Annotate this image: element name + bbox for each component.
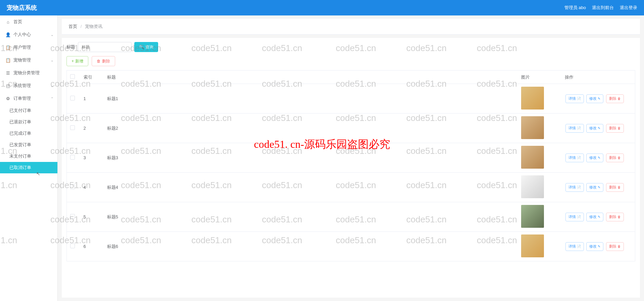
cell-actions: 详情 📄 修改 ✎ 删除 🗑	[561, 114, 635, 143]
home-icon: ⌂	[5, 19, 11, 25]
trash-icon: 🗑	[617, 97, 621, 100]
header-checkbox	[67, 71, 80, 84]
row-checkbox[interactable]	[70, 96, 75, 100]
cell-actions: 详情 📄 修改 ✎ 删除 🗑	[561, 202, 635, 232]
sidebar-item-pet-category[interactable]: ☰ 宠物分类管理	[0, 67, 57, 79]
chevron-down-icon: ⌄	[51, 84, 53, 88]
header-index: 索引	[80, 71, 104, 84]
cell-image	[518, 143, 561, 173]
cell-image	[518, 232, 561, 261]
sidebar-label: 宠物管理	[13, 57, 31, 63]
sidebar-subitem-refunded[interactable]: 已退款订单	[0, 116, 57, 128]
user-icon: 👤	[5, 32, 11, 37]
sidebar-item-home[interactable]: ⌂ 首页	[0, 15, 57, 28]
sidebar-subitem-shipped[interactable]: 已发货订单	[0, 139, 57, 150]
row-image	[521, 87, 544, 110]
detail-button[interactable]: 详情 📄	[565, 94, 584, 103]
detail-icon: 📄	[577, 245, 581, 248]
sidebar-subitem-cancelled[interactable]: 已取消订单	[0, 162, 57, 173]
row-image	[521, 146, 544, 169]
row-delete-button[interactable]: 删除 🗑	[606, 183, 624, 192]
sidebar-subitem-unpaid[interactable]: 未支付订单	[0, 150, 57, 162]
row-checkbox[interactable]	[70, 214, 75, 219]
cell-title: 标题2	[104, 114, 518, 143]
checkbox-all[interactable]	[70, 74, 75, 79]
clipboard-icon: 📋	[5, 58, 11, 63]
cell-actions: 详情 📄 修改 ✎ 删除 🗑	[561, 232, 635, 261]
edit-button[interactable]: 修改 ✎	[586, 242, 603, 251]
cell-image	[518, 114, 561, 143]
delete-button-label: 删除	[102, 58, 110, 64]
content-panel: 标题 🔍 查询 + 新增 🗑 删除	[62, 38, 640, 298]
add-button-label: 新增	[75, 58, 83, 64]
exit-to-front-link[interactable]: 退出到前台	[592, 5, 614, 11]
edit-button[interactable]: 修改 ✎	[586, 124, 603, 133]
edit-icon: ✎	[598, 156, 600, 160]
breadcrumb: 首页 / 宠物资讯	[62, 19, 640, 35]
cell-index: 1	[80, 84, 104, 114]
sidebar-item-order-manage[interactable]: ⚙ 订单管理 ⌃	[0, 92, 57, 105]
cell-index: 4	[80, 173, 104, 202]
header-image: 图片	[518, 71, 561, 84]
trash-icon: 🗑	[97, 59, 101, 63]
app-header: 宠物店系统 管理员 abo 退出到前台 退出登录	[0, 0, 644, 15]
list-icon: 📋	[5, 45, 11, 50]
header-right: 管理员 abo 退出到前台 退出登录	[564, 5, 637, 11]
detail-button[interactable]: 详情 📄	[565, 183, 584, 192]
trash-icon: 🗑	[617, 245, 621, 248]
cell-image	[518, 173, 561, 202]
delete-button[interactable]: 🗑 删除	[92, 56, 115, 66]
row-checkbox[interactable]	[70, 184, 75, 189]
chevron-down-icon: ⌄	[51, 33, 53, 37]
sidebar: ⌂ 首页 👤 个人中心 ⌄ 📋 用户管理 📋 宠物管理 ⌄ ☰ 宠物分类管理 ◫…	[0, 15, 58, 301]
search-input[interactable]	[78, 42, 132, 52]
detail-button[interactable]: 详情 📄	[565, 242, 584, 251]
table-row: 3 标题3 详情 📄 修改 ✎ 删除 🗑	[67, 143, 635, 173]
row-delete-button[interactable]: 删除 🗑	[606, 213, 624, 221]
row-delete-button[interactable]: 删除 🗑	[606, 124, 624, 133]
row-checkbox[interactable]	[70, 125, 75, 130]
edit-button[interactable]: 修改 ✎	[586, 213, 603, 221]
detail-button[interactable]: 详情 📄	[565, 154, 584, 162]
cell-index: 3	[80, 143, 104, 173]
edit-icon: ✎	[598, 126, 600, 130]
detail-icon: 📄	[577, 156, 581, 160]
header-user[interactable]: 管理员 abo	[564, 5, 586, 11]
trash-icon: 🗑	[617, 215, 621, 219]
row-checkbox[interactable]	[70, 155, 75, 160]
table-row: 2 标题2 详情 📄 修改 ✎ 删除 🗑	[67, 114, 635, 143]
sidebar-label: 个人中心	[13, 32, 31, 38]
row-delete-button[interactable]: 删除 🗑	[606, 242, 624, 251]
trash-icon: 🗑	[617, 156, 621, 160]
sidebar-item-system-manage[interactable]: ◫ 系统管理 ⌄	[0, 79, 57, 92]
search-button-label: 查询	[145, 44, 153, 50]
cell-actions: 详情 📄 修改 ✎ 删除 🗑	[561, 173, 635, 202]
data-table: 索引 标题 图片 操作 1 标题1 详情 📄 修改 ✎ 删除 🗑 2 标题2 详…	[66, 70, 635, 261]
add-button[interactable]: + 新增	[66, 56, 88, 66]
edit-button[interactable]: 修改 ✎	[586, 183, 603, 192]
sidebar-subitem-paid[interactable]: 已支付订单	[0, 105, 57, 116]
edit-button[interactable]: 修改 ✎	[586, 154, 603, 162]
breadcrumb-current: 宠物资讯	[85, 24, 102, 29]
edit-icon: ✎	[598, 185, 600, 189]
edit-button[interactable]: 修改 ✎	[586, 94, 603, 103]
trash-icon: 🗑	[617, 126, 621, 130]
edit-icon: ✎	[598, 97, 600, 100]
sidebar-subitem-completed[interactable]: 已完成订单	[0, 128, 57, 139]
edit-icon: ✎	[598, 215, 600, 219]
cell-title: 标题5	[104, 202, 518, 232]
sidebar-item-personal[interactable]: 👤 个人中心 ⌄	[0, 28, 57, 41]
gear-icon: ⚙	[5, 96, 11, 101]
row-checkbox[interactable]	[70, 244, 75, 248]
row-delete-button[interactable]: 删除 🗑	[606, 154, 624, 162]
search-button[interactable]: 🔍 查询	[134, 42, 158, 52]
sidebar-item-pet-manage[interactable]: 📋 宠物管理 ⌄	[0, 54, 57, 67]
app-title: 宠物店系统	[7, 4, 37, 12]
row-delete-button[interactable]: 删除 🗑	[606, 94, 624, 103]
breadcrumb-home[interactable]: 首页	[68, 24, 77, 29]
detail-button[interactable]: 详情 📄	[565, 213, 584, 221]
detail-button[interactable]: 详情 📄	[565, 124, 584, 133]
logout-link[interactable]: 退出登录	[620, 5, 637, 11]
sidebar-item-user-manage[interactable]: 📋 用户管理	[0, 41, 57, 54]
breadcrumb-separator: /	[81, 24, 82, 29]
